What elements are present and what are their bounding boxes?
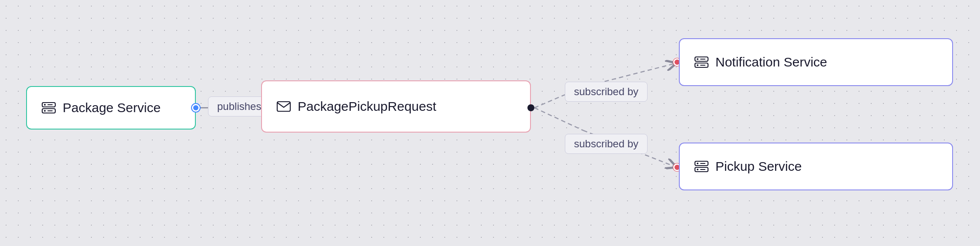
package-service-node[interactable]: Package Service — [26, 86, 196, 130]
svg-line-5 — [534, 108, 583, 130]
pickup-service-node[interactable]: Pickup Service — [679, 143, 953, 190]
svg-point-17 — [697, 58, 698, 60]
svg-point-23 — [697, 163, 698, 164]
subscribed-by-label-2: subscribed by — [565, 134, 648, 154]
event-label: PackagePickupRequest — [298, 99, 436, 114]
subscribed-by-label-1: subscribed by — [565, 82, 648, 102]
svg-point-24 — [697, 169, 698, 170]
server-icon-pickup — [694, 159, 709, 174]
svg-point-10 — [44, 104, 46, 106]
connector-dot-publish-source — [192, 104, 200, 112]
notification-service-node[interactable]: Notification Service — [679, 38, 953, 86]
server-icon — [41, 100, 57, 116]
connector-dot-event-right — [527, 104, 534, 111]
event-node[interactable]: PackagePickupRequest — [261, 80, 531, 133]
diagram-canvas: Package Service publishes PackagePickupR… — [0, 0, 980, 246]
package-service-label: Package Service — [63, 100, 161, 115]
envelope-icon — [276, 99, 292, 114]
server-icon-notification — [694, 54, 709, 70]
pickup-service-label: Pickup Service — [715, 159, 802, 174]
svg-point-11 — [44, 110, 46, 112]
svg-point-18 — [697, 64, 698, 66]
notification-service-label: Notification Service — [715, 55, 827, 70]
svg-rect-14 — [277, 102, 290, 111]
